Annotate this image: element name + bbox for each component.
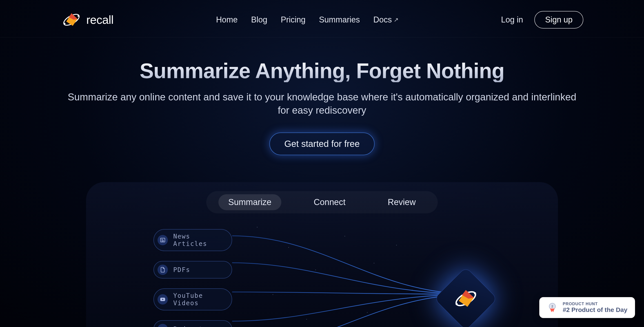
svg-point-4 <box>78 15 79 17</box>
source-label: Podcasts <box>173 326 207 327</box>
nav-right: Log in Sign up <box>501 11 583 28</box>
svg-marker-22 <box>550 309 554 312</box>
nav-blog[interactable]: Blog <box>251 15 267 24</box>
document-icon <box>158 265 168 275</box>
source-pill-youtube: YouTube Videos <box>154 288 232 310</box>
recall-logo-icon <box>61 9 82 30</box>
login-link[interactable]: Log in <box>501 15 523 24</box>
nav-docs-label: Docs <box>374 15 392 24</box>
brand-block[interactable]: recall <box>61 9 114 30</box>
svg-text:2: 2 <box>552 305 553 308</box>
brand-name: recall <box>86 13 114 26</box>
tab-group: Summarize Connect Review <box>206 191 438 213</box>
nav-home[interactable]: Home <box>216 15 238 24</box>
hero-section: Summarize Anything, Forget Nothing Summa… <box>0 37 644 169</box>
nav-center: Home Blog Pricing Summaries Docs ↗ <box>216 15 398 24</box>
hero-title: Summarize Anything, Forget Nothing <box>58 60 586 82</box>
nav-docs[interactable]: Docs ↗ <box>374 15 398 24</box>
external-link-icon: ↗ <box>394 16 398 23</box>
svg-point-3 <box>64 23 66 24</box>
source-pill-news: News Articles <box>154 229 232 251</box>
ph-bottom: #2 Product of the Day <box>563 306 627 314</box>
signup-button[interactable]: Sign up <box>534 11 583 28</box>
cta-get-started-button[interactable]: Get started for free <box>270 132 374 155</box>
feature-tabs: Summarize Connect Review <box>86 191 558 213</box>
source-list: News Articles PDFs You <box>154 229 232 327</box>
source-pill-pdfs: PDFs <box>154 261 232 279</box>
product-hunt-badge[interactable]: 2 PRODUCT HUNT #2 Product of the Day <box>539 297 635 318</box>
newspaper-icon <box>158 235 168 245</box>
hero-subtitle: Summarize any online content and save it… <box>64 90 580 117</box>
nav-pricing[interactable]: Pricing <box>281 15 306 24</box>
top-nav: recall Home Blog Pricing Summaries Docs … <box>0 0 644 37</box>
feature-panel: Summarize Connect Review <box>86 182 558 327</box>
youtube-icon <box>158 294 168 305</box>
nav-summaries[interactable]: Summaries <box>319 15 360 24</box>
ph-top: PRODUCT HUNT <box>563 302 627 306</box>
source-diagram: News Articles PDFs You <box>86 222 558 327</box>
source-label: YouTube Videos <box>173 292 225 307</box>
podcast-icon <box>158 324 168 327</box>
source-label: News Articles <box>173 233 225 248</box>
recall-logo-icon <box>452 285 479 312</box>
recall-destination-node <box>434 267 497 327</box>
source-pill-podcasts: Podcasts <box>154 320 232 327</box>
product-hunt-text: PRODUCT HUNT #2 Product of the Day <box>563 302 627 314</box>
source-label: PDFs <box>173 266 190 274</box>
tab-connect[interactable]: Connect <box>304 194 356 210</box>
medal-icon: 2 <box>547 302 558 313</box>
tab-summarize[interactable]: Summarize <box>218 194 281 210</box>
tab-review[interactable]: Review <box>378 194 426 210</box>
